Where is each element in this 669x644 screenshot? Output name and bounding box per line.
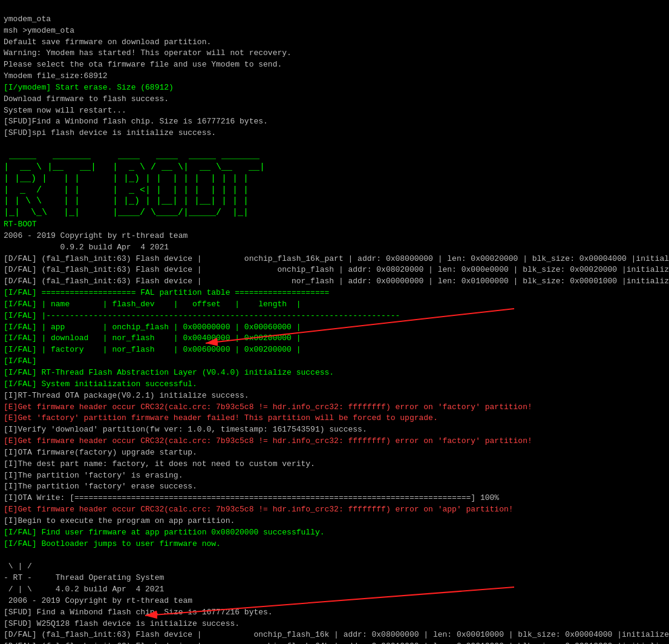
fal-init-1: [D/FAL] (fal_flash_init:63) Flash device… <box>4 254 669 263</box>
line-1: ymodem_ota <box>4 15 51 24</box>
erasing: [I]The partition 'factory' is erasing. <box>4 471 183 480</box>
line-8: Download firmware to flash success. <box>4 94 169 104</box>
fal-row-download: [I/FAL] | download | nor_flash | 0x00400… <box>4 334 301 343</box>
line-11: [SFUD]spi flash device is initialize suc… <box>4 128 216 137</box>
bootloader-jump: [I/FAL] Bootloader jumps to user firmwar… <box>4 539 221 548</box>
fal-init-3: [D/FAL] (fal_flash_init:63) Flash device… <box>4 277 669 286</box>
line-2: msh >ymodem_ota <box>4 26 74 35</box>
fal-row-app: [I/FAL] | app | onchip_flash | 0x0000000… <box>4 323 301 332</box>
fal2-init-2: [D/FAL] (fal_flash_init:63) Flash device… <box>4 642 669 644</box>
line-7: [I/ymodem] Start erase. Size (68912) <box>4 83 174 92</box>
verify-download: [I]Verify 'download' partition(fw ver: 1… <box>4 425 367 434</box>
erase-success: [I]The partition 'factory' erase success… <box>4 482 197 491</box>
version-1: 0.9.2 build Apr 4 2021 <box>4 243 169 252</box>
err-crc-1: [E]Get firmware header occur CRC32(calc.… <box>4 402 532 412</box>
line-3: Default save firmware on download partit… <box>4 38 211 47</box>
fal-init-success: [I/FAL] RT-Thread Flash Abstraction Laye… <box>4 368 334 377</box>
err-crc-3: [E]Get firmware header occur CRC32(calc.… <box>4 505 514 514</box>
line-9: System now will restart... <box>4 106 126 115</box>
err-crc-2: [E]Get firmware header occur CRC32(calc.… <box>4 436 532 445</box>
line-4: Warning: Ymodem has started! This operat… <box>4 48 292 58</box>
sfud-w25q128: [SFUD] W25Q128 flash device is initializ… <box>4 619 240 628</box>
ota-startup: [I]OTA firmware(factory) upgrade startup… <box>4 448 197 457</box>
terminal-output: ymodem_ota msh >ymodem_ota Default save … <box>0 0 669 644</box>
fal-row-factory: [I/FAL] | factory | nor_flash | 0x006000… <box>4 345 301 354</box>
fal2-init-1: [D/FAL] (fal_flash_init:63) Flash device… <box>4 630 669 639</box>
fal-init-2: [D/FAL] (fal_flash_init:63) Flash device… <box>4 265 669 274</box>
find-firmware: [I/FAL] Find user firmware at app partit… <box>4 528 325 537</box>
rt-logo-text: RT-BOOT <box>4 220 37 229</box>
fal-table-header: [I/FAL] ==================== FAL partiti… <box>4 288 329 297</box>
sfud-winbond: [SFUD] Find a Winbond flash chip. Size i… <box>4 608 273 617</box>
rt-logo: _____ _______ ____ ____ _____ _______ | … <box>4 151 265 218</box>
fal-sys-success: [I/FAL] System initialization successful… <box>4 380 197 389</box>
fal-empty: [I/FAL] <box>4 356 37 366</box>
rt-os-copyright: 2006 - 2019 Copyright by rt-thread team <box>4 596 192 605</box>
ota-init: [I]RT-Thread OTA package(V0.2.1) initial… <box>4 391 249 400</box>
begin-execute: [I]Begin to execute the program on app p… <box>4 516 235 525</box>
copyright-1: 2006 - 2019 Copyright by rt-thread team <box>4 231 188 240</box>
line-10: [SFUD]Find a Winbond flash chip. Size is… <box>4 117 268 126</box>
line-5: Please select the ota firmware file and … <box>4 60 282 69</box>
rt-os-logo: \ | / <box>4 562 32 571</box>
fal-table-sep: [I/FAL] |-------------------------------… <box>4 311 400 320</box>
line-6: Ymodem file_size:68912 <box>4 71 108 80</box>
err-factory: [E]Get 'factory' partition firmware head… <box>4 413 438 422</box>
dest-part: [I]The dest part name: factory, it does … <box>4 459 315 468</box>
rt-os-name: - RT - Thread Operating System <box>4 573 164 582</box>
ota-write: [I]OTA Write: [=========================… <box>4 493 499 502</box>
fal-table-cols: [I/FAL] | name | flash_dev | offset | le… <box>4 300 301 309</box>
rt-os-version: / | \ 4.0.2 build Apr 4 2021 <box>4 585 164 594</box>
